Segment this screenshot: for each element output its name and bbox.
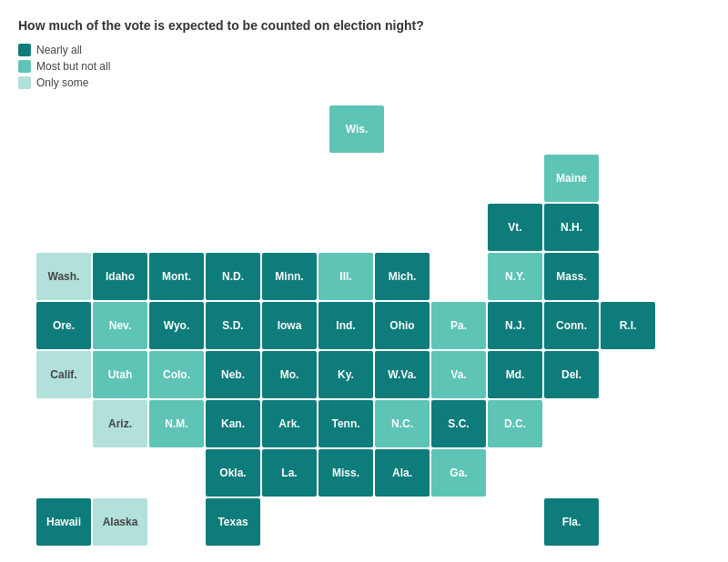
legend-color [18, 76, 31, 89]
legend-color [18, 44, 31, 56]
grid-row: Ore.Nev.Wyo.S.D.IowaInd.OhioPa.N.J.Conn.… [36, 302, 692, 349]
legend-label: Nearly all [36, 44, 82, 56]
state-SD: S.D. [206, 302, 260, 349]
grid-row: Vt.N.H. [36, 204, 692, 251]
state-Iowa: Iowa [262, 302, 317, 349]
state-Ariz: Ariz. [93, 400, 147, 447]
state-DC: D.C. [488, 400, 542, 447]
state-Del: Del. [544, 351, 599, 398]
state-ND: N.D. [206, 253, 260, 300]
legend-color [18, 60, 31, 73]
legend: Nearly allMost but not allOnly some [18, 44, 710, 89]
state-Minn: Minn. [262, 253, 317, 300]
state-Ind: Ind. [318, 302, 373, 349]
state-Miss: Miss. [318, 449, 373, 497]
state-Pa: Pa. [431, 302, 486, 349]
state-Mont: Mont. [149, 253, 204, 300]
grid-row: Wash.IdahoMont.N.D.Minn.Ill.Mich.N.Y.Mas… [36, 253, 692, 300]
state-Maine: Maine [544, 155, 599, 202]
state-Ga: Ga. [431, 449, 486, 497]
state-Ark: Ark. [262, 400, 317, 447]
state-Tenn: Tenn. [318, 400, 373, 447]
state-Wis: Wis. [329, 105, 384, 153]
state-Kan: Kan. [206, 400, 260, 447]
grid-row: Calif.UtahColo.Neb.Mo.Ky.W.Va.Va.Md.Del. [36, 351, 692, 398]
legend-item: Only some [18, 76, 710, 89]
state-Wash: Wash. [36, 253, 91, 300]
state-Mo: Mo. [262, 351, 317, 398]
state-Okla: Okla. [206, 449, 260, 497]
state-Mass: Mass. [544, 253, 599, 300]
legend-label: Most but not all [36, 60, 110, 73]
state-Ill: Ill. [318, 253, 373, 300]
state-La: La. [262, 449, 317, 497]
state-Alaska: Alaska [93, 498, 147, 546]
state-NM: N.M. [149, 400, 204, 447]
grid-row: Maine [36, 155, 692, 202]
state-NY: N.Y. [488, 253, 542, 300]
state-NJ: N.J. [488, 302, 542, 349]
grid-row-wis: Wis. [329, 105, 692, 153]
map-grid: Wis. MaineVt.N.H.Wash.IdahoMont.N.D.Minn… [36, 105, 692, 546]
state-Ala: Ala. [375, 449, 430, 497]
state-Md: Md. [488, 351, 542, 398]
state-Ky: Ky. [318, 351, 373, 398]
state-Calif: Calif. [36, 351, 91, 398]
state-Ore: Ore. [36, 302, 91, 349]
state-WVa: W.Va. [375, 351, 430, 398]
state-Mich: Mich. [375, 253, 430, 300]
grid-row: Okla.La.Miss.Ala.Ga. [36, 449, 692, 497]
state-Conn: Conn. [544, 302, 599, 349]
state-Wyo: Wyo. [149, 302, 204, 349]
grid-row: HawaiiAlaskaTexasFla. [36, 498, 692, 546]
state-Nev: Nev. [93, 302, 147, 349]
state-SC: S.C. [431, 400, 486, 447]
grid-row: Ariz.N.M.Kan.Ark.Tenn.N.C.S.C.D.C. [36, 400, 692, 447]
state-Va: Va. [431, 351, 486, 398]
state-Ohio: Ohio [375, 302, 430, 349]
state-Vt: Vt. [488, 204, 542, 251]
state-Utah: Utah [93, 351, 147, 398]
chart-title: How much of the vote is expected to be c… [18, 18, 710, 33]
state-Fla: Fla. [544, 498, 599, 546]
chart-container: How much of the vote is expected to be c… [18, 18, 710, 546]
state-Idaho: Idaho [93, 253, 147, 300]
state-Neb: Neb. [206, 351, 260, 398]
state-Hawaii: Hawaii [36, 498, 91, 546]
legend-label: Only some [36, 76, 88, 89]
state-RI: R.I. [601, 302, 655, 349]
state-Texas: Texas [206, 498, 260, 546]
state-Colo: Colo. [149, 351, 204, 398]
legend-item: Most but not all [18, 60, 710, 73]
legend-item: Nearly all [18, 44, 710, 56]
state-NH: N.H. [544, 204, 599, 251]
state-NC: N.C. [375, 400, 430, 447]
